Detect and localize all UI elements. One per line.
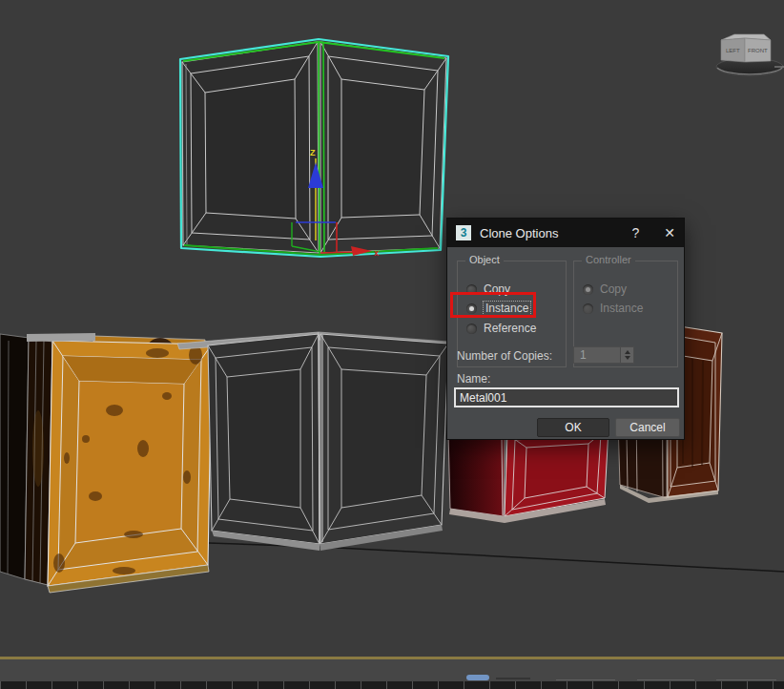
- clone-options-dialog: 3 Clone Options ? ✕ Object Copy Instance…: [446, 218, 685, 440]
- spin-up-icon[interactable]: [625, 350, 630, 354]
- orange-box[interactable]: [25, 336, 212, 593]
- close-icon[interactable]: ✕: [664, 225, 675, 240]
- number-of-copies-spinner[interactable]: 1: [573, 346, 634, 364]
- time-ruler-ticks[interactable]: [0, 681, 784, 689]
- radio-object-instance[interactable]: Instance: [466, 301, 530, 316]
- viewcube-left-face-label[interactable]: LEFT: [726, 48, 740, 53]
- name-label: Name:: [457, 372, 490, 386]
- 3dsmax-app-icon: 3: [456, 225, 471, 240]
- radio-icon-selected-disabled: [583, 284, 593, 295]
- radio-label[interactable]: Instance: [484, 302, 530, 315]
- radio-icon-disabled: [583, 303, 593, 314]
- name-input[interactable]: [454, 387, 679, 407]
- controller-group-label: Controller: [582, 254, 635, 265]
- radio-object-reference[interactable]: Reference: [466, 321, 536, 336]
- radio-controller-copy: Copy: [583, 282, 627, 297]
- object-group-label: Object: [465, 254, 504, 265]
- track-bar[interactable]: [0, 659, 784, 681]
- trackbar-segment: [716, 679, 776, 680]
- trackbar-segment: [556, 679, 615, 680]
- dialog-titlebar[interactable]: 3 Clone Options ? ✕: [447, 219, 684, 247]
- radio-object-copy[interactable]: Copy: [466, 282, 510, 297]
- viewcube-front-face-label[interactable]: FRONT: [748, 48, 768, 53]
- ground-plane-edge: [153, 541, 784, 572]
- viewcube[interactable]: LEFT FRONT: [716, 34, 784, 75]
- trackbar-mark: [496, 678, 530, 679]
- radio-icon-selected[interactable]: [466, 303, 477, 314]
- radio-label[interactable]: Copy: [484, 282, 510, 296]
- spin-down-icon[interactable]: [625, 356, 630, 360]
- gizmo-z-axis-label: Z: [310, 148, 316, 157]
- cancel-button[interactable]: Cancel: [615, 418, 680, 437]
- red-box[interactable]: [448, 428, 609, 523]
- radio-label: Copy: [600, 282, 627, 296]
- spinner-arrows[interactable]: [620, 347, 633, 363]
- copies-value[interactable]: 1: [574, 348, 620, 362]
- far-left-box[interactable]: [0, 334, 29, 579]
- radio-icon[interactable]: [466, 324, 477, 334]
- help-button[interactable]: ?: [631, 225, 639, 240]
- radio-label[interactable]: Reference: [484, 322, 536, 335]
- trackbar-segment: [637, 679, 694, 680]
- radio-icon[interactable]: [466, 284, 477, 295]
- radio-controller-instance: Instance: [583, 301, 643, 316]
- trackbar-key-marker[interactable]: [466, 675, 489, 680]
- max-viewport-window: Z x LEFT FRONT 3 Clone Options ? ✕: [0, 0, 784, 689]
- number-of-copies-label: Number of Copies:: [457, 349, 552, 363]
- ok-button[interactable]: OK: [537, 418, 609, 437]
- gizmo-x-axis-label: x: [374, 248, 379, 258]
- dialog-title: Clone Options: [480, 226, 631, 240]
- radio-label: Instance: [600, 302, 643, 315]
